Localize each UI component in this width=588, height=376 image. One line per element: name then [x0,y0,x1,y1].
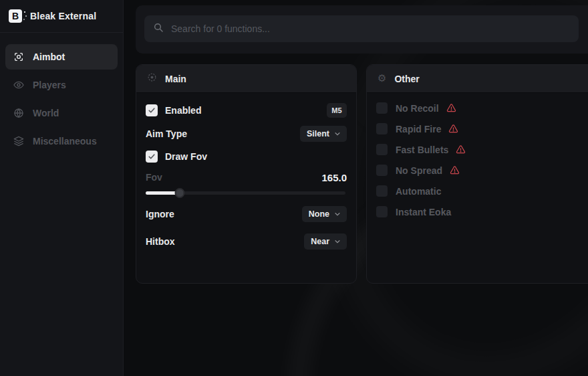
aim-type-row: Aim Type Silent [146,126,347,142]
enabled-checkbox[interactable] [146,104,158,116]
draw-fov-row: Draw Fov [146,149,347,165]
aim-type-value: Silent [307,129,329,138]
app-logo: B [9,9,22,23]
search-icon [153,22,164,35]
sidebar: B Bleak External Aimbot Players [0,0,124,376]
fast-bullets-label: Fast Bullets [396,145,448,155]
warning-icon [450,165,460,175]
panel-main: Main Enabled M5 Aim Type Silent [136,64,357,284]
ignore-dropdown[interactable]: None [302,206,347,222]
panel-title: Main [165,74,186,84]
sidebar-item-label: Aimbot [33,52,65,62]
panel-other: ⚙ Other No Recoil Rapid Fire [366,64,588,284]
warning-icon [446,103,456,113]
other-row-automatic: Automatic [376,185,587,197]
panel-main-header: Main [136,65,356,93]
hitbox-label: Hitbox [146,236,175,247]
panel-title: Other [394,74,419,84]
sidebar-nav: Aimbot Players World [0,33,123,154]
other-row-no-spread: No Spread [376,164,587,176]
automatic-checkbox[interactable] [376,185,388,197]
ignore-label: Ignore [146,209,174,219]
gear-icon: ⚙ [378,74,386,84]
warning-icon [456,145,466,155]
draw-fov-checkbox[interactable] [146,151,158,163]
ignore-row: Ignore None [146,206,347,222]
other-row-instant-eoka: Instant Eoka [376,205,587,217]
globe-icon [13,108,24,118]
automatic-label: Automatic [396,186,441,197]
other-row-rapid-fire: Rapid Fire [376,122,587,134]
target-icon [147,72,157,85]
panel-main-body: Enabled M5 Aim Type Silent [136,93,356,250]
no-recoil-label: No Recoil [396,103,439,114]
fast-bullets-checkbox[interactable] [376,144,388,155]
aim-type-dropdown[interactable]: Silent [300,126,347,142]
crosshair-icon [13,52,24,62]
layers-icon [13,136,24,147]
other-row-no-recoil: No Recoil [376,102,587,114]
draw-fov-label: Draw Fov [165,151,207,162]
instant-eoka-label: Instant Eoka [396,207,451,217]
eye-icon [13,80,24,90]
enabled-label: Enabled [165,105,201,116]
fov-slider[interactable] [146,187,347,198]
sidebar-item-world[interactable]: World [5,100,118,126]
slider-thumb[interactable] [175,188,185,198]
aim-type-label: Aim Type [146,128,187,139]
sidebar-item-label: Miscellaneous [33,136,97,147]
main-content: Main Enabled M5 Aim Type Silent [124,0,588,376]
sidebar-item-label: Players [33,80,66,90]
fov-row: Fov 165.0 [146,171,347,183]
panel-other-header: ⚙ Other [367,65,588,93]
no-spread-label: No Spread [396,165,442,176]
fov-label: Fov [146,172,162,183]
rapid-fire-label: Rapid Fire [396,124,441,134]
search-container [136,5,588,54]
enabled-row: Enabled M5 [146,102,347,119]
app-title: Bleak External [30,11,96,21]
sidebar-header: B Bleak External [0,0,123,33]
fov-value: 165.0 [321,172,347,183]
other-row-fast-bullets: Fast Bullets [376,143,587,155]
hitbox-value: Near [311,237,329,246]
warning-icon [448,124,458,134]
chevron-down-icon [334,238,341,245]
instant-eoka-checkbox[interactable] [376,206,388,217]
keybind-button[interactable]: M5 [327,103,347,118]
rapid-fire-checkbox[interactable] [376,123,388,134]
search-bar[interactable] [144,15,579,42]
ignore-value: None [309,209,329,219]
panel-other-body: No Recoil Rapid Fire [367,93,588,217]
sidebar-item-miscellaneous[interactable]: Miscellaneous [5,128,118,154]
no-spread-checkbox[interactable] [376,165,388,176]
chevron-down-icon [334,130,341,137]
sidebar-item-aimbot[interactable]: Aimbot [5,44,118,70]
hitbox-dropdown[interactable]: Near [304,233,347,250]
no-recoil-checkbox[interactable] [376,102,388,114]
sidebar-item-players[interactable]: Players [5,72,118,98]
search-input[interactable] [171,23,570,34]
hitbox-row: Hitbox Near [146,233,347,250]
chevron-down-icon [334,211,341,217]
sidebar-item-label: World [33,108,59,118]
